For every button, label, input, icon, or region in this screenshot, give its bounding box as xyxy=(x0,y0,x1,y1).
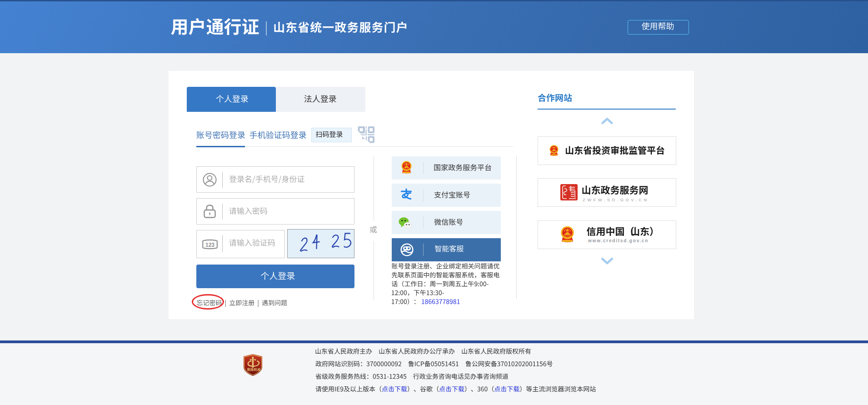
svg-text:123: 123 xyxy=(205,242,215,248)
